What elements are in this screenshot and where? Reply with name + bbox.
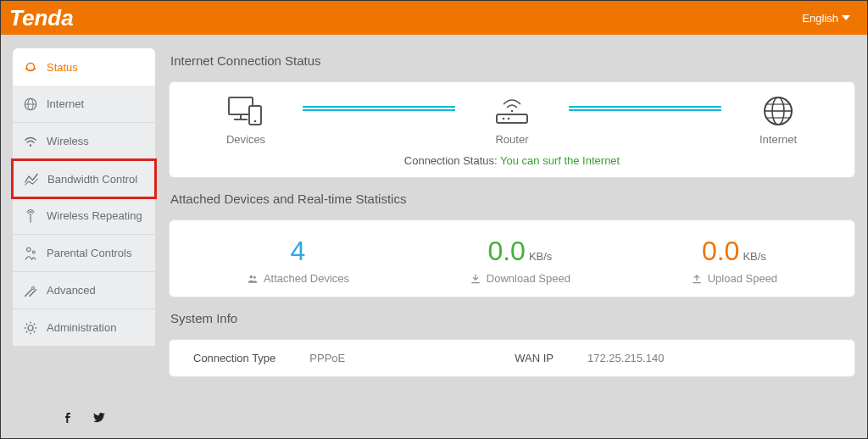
stat-attached-value: 4 — [291, 236, 306, 267]
svg-point-7 — [32, 251, 35, 253]
globe-icon — [23, 97, 38, 112]
sysinfo-wan-ip: WAN IP 172.25.215.140 — [515, 352, 664, 364]
svg-point-4 — [30, 144, 31, 146]
facebook-icon[interactable] — [62, 411, 75, 425]
sidebar-item-administration[interactable]: Administration — [13, 309, 155, 347]
sidebar-item-label: Administration — [47, 321, 116, 334]
sidebar-item-label: Parental Controls — [47, 247, 131, 259]
sidebar-item-label: Status — [47, 61, 78, 74]
connection-link — [303, 106, 455, 111]
svg-line-16 — [26, 323, 28, 325]
stat-upload-speed: 0.0KB/s Upload Speed — [691, 236, 777, 285]
sysinfo-wan-ip-value: 172.25.215.140 — [587, 352, 664, 364]
section-title-sysinfo: System Info — [170, 311, 855, 325]
svg-point-34 — [249, 275, 253, 278]
svg-point-28 — [511, 110, 514, 113]
status-node-devices: Devices — [199, 94, 292, 146]
sidebar-item-wireless[interactable]: Wireless — [13, 123, 155, 160]
svg-point-26 — [503, 118, 505, 120]
sidebar-item-label: Wireless Repeating — [47, 209, 142, 222]
system-info-card: Connection Type PPPoE WAN IP 172.25.215.… — [169, 339, 855, 377]
status-row: Devices Router Internet — [186, 94, 837, 146]
sidebar-item-label: Bandwidth Control — [47, 173, 137, 186]
brand-logo: Tenda — [9, 5, 74, 31]
svg-line-17 — [34, 331, 36, 332]
download-icon — [470, 273, 481, 285]
chevron-down-icon — [842, 15, 850, 20]
svg-point-27 — [508, 118, 510, 120]
status-node-internet: Internet — [732, 94, 825, 146]
upload-icon — [691, 273, 703, 285]
language-label: English — [802, 12, 838, 25]
sidebar: Status Internet Wireless Bandwidth Contr… — [13, 48, 155, 438]
svg-point-11 — [28, 325, 33, 331]
svg-point-35 — [253, 275, 256, 278]
svg-line-18 — [26, 331, 28, 332]
connection-status-card: Devices Router Internet Connection Statu… — [169, 81, 855, 178]
section-title-stats: Attached Devices and Real-time Statistic… — [170, 192, 855, 206]
stat-download-caption: Download Speed — [470, 272, 570, 285]
section-title-connection: Internet Connection Status — [170, 53, 855, 68]
connection-status-line: Connection Status: You can surf the Inte… — [186, 154, 837, 167]
router-icon — [492, 94, 532, 128]
top-bar: Tenda English — [1, 1, 867, 35]
sidebar-item-wireless-repeating[interactable]: Wireless Repeating — [13, 197, 155, 235]
connection-link — [569, 106, 721, 111]
sidebar-item-parental-controls[interactable]: Parental Controls — [13, 235, 155, 272]
sidebar-item-advanced[interactable]: Advanced — [13, 272, 155, 309]
svg-point-10 — [32, 286, 35, 289]
sysinfo-wan-ip-label: WAN IP — [515, 352, 554, 364]
antenna-icon — [23, 208, 38, 224]
sidebar-item-label: Advanced — [47, 284, 96, 297]
stat-upload-caption: Upload Speed — [691, 272, 777, 285]
status-icon — [23, 59, 38, 75]
main-content: Internet Connection Status Devices Route… — [169, 48, 855, 438]
sidebar-item-status[interactable]: Status — [13, 48, 155, 86]
sidebar-item-bandwidth-control[interactable]: Bandwidth Control — [11, 158, 157, 199]
stat-upload-value: 0.0KB/s — [702, 236, 766, 267]
twitter-icon[interactable] — [92, 411, 106, 425]
svg-point-6 — [27, 247, 31, 252]
status-label-devices: Devices — [226, 133, 265, 146]
internet-icon — [758, 94, 798, 128]
social-links — [13, 403, 155, 438]
svg-point-24 — [254, 120, 257, 123]
sidebar-item-label: Wireless — [47, 135, 89, 147]
status-label-internet: Internet — [760, 133, 797, 146]
svg-rect-25 — [497, 114, 527, 123]
users-icon — [247, 273, 259, 285]
status-label-router: Router — [495, 133, 528, 146]
family-icon — [23, 246, 38, 261]
connection-status-label: Connection Status: — [404, 154, 498, 167]
chart-icon — [24, 171, 39, 186]
language-selector[interactable]: English — [802, 12, 850, 25]
connection-status-value: You can surf the Internet — [500, 154, 620, 167]
stat-attached-devices: 4 Attached Devices — [247, 236, 349, 285]
sysinfo-connection-type: Connection Type PPPoE — [193, 352, 345, 364]
sysinfo-conn-type-value: PPPoE — [309, 352, 345, 364]
stat-download-speed: 0.0KB/s Download Speed — [470, 236, 570, 285]
tools-icon — [23, 283, 38, 298]
svg-line-19 — [34, 323, 36, 325]
stat-attached-caption: Attached Devices — [247, 272, 349, 285]
stats-card: 4 Attached Devices 0.0KB/s Download Spee… — [169, 220, 855, 297]
sidebar-item-label: Internet — [47, 97, 84, 110]
devices-icon — [225, 94, 266, 128]
wifi-icon — [23, 134, 38, 149]
sidebar-item-internet[interactable]: Internet — [13, 86, 155, 123]
stat-download-value: 0.0KB/s — [487, 236, 552, 267]
gear-icon — [23, 320, 38, 336]
status-node-router: Router — [465, 94, 559, 146]
sysinfo-conn-type-label: Connection Type — [193, 352, 275, 364]
